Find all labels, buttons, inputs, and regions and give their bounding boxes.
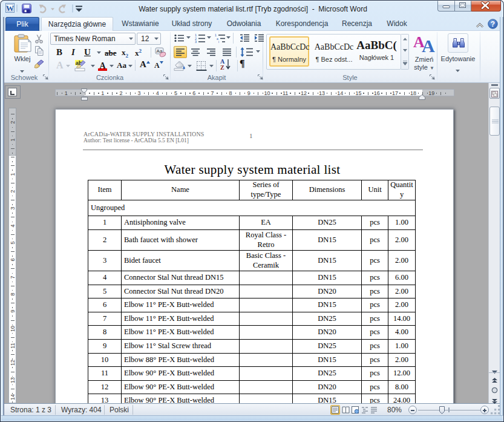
svg-text:i: i [218,40,219,43]
svg-text:3: 3 [195,40,197,43]
svg-text:W: W [6,4,14,13]
svg-text:?: ? [491,20,495,28]
